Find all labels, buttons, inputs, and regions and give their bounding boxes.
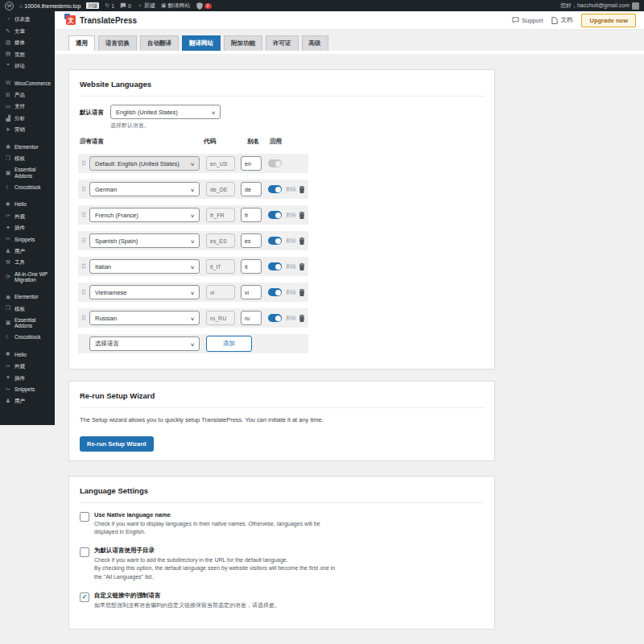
trash-icon[interactable]: [299, 315, 305, 322]
sidebar-item[interactable]: ▣ Essential Addons: [0, 164, 55, 181]
updates-link[interactable]: ↻ 1: [105, 2, 114, 9]
language-slug-input[interactable]: de: [241, 182, 262, 196]
tab[interactable]: 附加功能: [224, 35, 262, 51]
sidebar-item[interactable]: ▣ Essential Addons: [0, 314, 55, 331]
language-select[interactable]: Italian ∨: [89, 259, 200, 274]
security-link[interactable]: 2: [196, 2, 212, 10]
sidebar-item[interactable]: ✺ Hello: [0, 199, 55, 210]
delete-link[interactable]: 删除: [286, 212, 296, 219]
language-slug-input[interactable]: en: [241, 156, 262, 171]
tab[interactable]: 通用: [68, 35, 95, 51]
language-active-toggle[interactable]: [268, 237, 282, 245]
sidebar-item-icon: ✑: [5, 213, 11, 219]
support-link[interactable]: Support: [512, 17, 543, 24]
sidebar-item[interactable]: ♟ 用户: [0, 245, 55, 256]
checkbox[interactable]: ✓: [80, 547, 89, 557]
language-select[interactable]: Spanish (Spain) ∨: [89, 233, 200, 248]
language-slug-input[interactable]: es: [241, 233, 262, 248]
delete-link[interactable]: 删除: [286, 315, 296, 322]
trash-icon[interactable]: [299, 289, 305, 296]
sidebar-item[interactable]: ⟳ All-in-One WP Migration: [0, 268, 55, 285]
trash-icon[interactable]: [299, 186, 305, 193]
sidebar-item[interactable]: ⚒ 工具: [0, 257, 55, 268]
default-language-select[interactable]: English (United States) ∨: [110, 105, 221, 119]
checkbox[interactable]: ✓: [80, 592, 89, 602]
sidebar-item[interactable]: ❞ 评论: [0, 60, 55, 72]
drag-handle-icon[interactable]: ⠿: [81, 289, 87, 296]
translate-site-link[interactable]: ▣ 翻译网站: [161, 2, 191, 10]
drag-handle-icon[interactable]: ⠿: [81, 263, 87, 270]
sidebar-item[interactable]: ✂ Snippets: [0, 383, 55, 394]
wordpress-logo-icon[interactable]: W: [5, 2, 14, 10]
documentation-link[interactable]: 文档: [551, 16, 572, 24]
delete-link[interactable]: 删除: [286, 237, 296, 245]
sidebar-item[interactable]: ✎ 文章: [0, 25, 55, 36]
language-select[interactable]: German ∨: [89, 182, 200, 196]
language-active-toggle[interactable]: [268, 159, 282, 167]
sidebar-item[interactable]: ◉ Elementor: [0, 291, 55, 303]
tab[interactable]: 许可证: [266, 35, 299, 51]
language-select[interactable]: Russian ∨: [89, 311, 200, 325]
language-active-toggle[interactable]: [268, 314, 282, 322]
language-select[interactable]: Vietnamese ∨: [89, 285, 200, 299]
sidebar-item[interactable]: ◉ Elementor: [0, 141, 55, 152]
sidebar-item[interactable]: ▭ 支付: [0, 101, 55, 112]
drag-handle-icon[interactable]: ⠿: [81, 186, 87, 193]
sidebar-item[interactable]: ▨ 媒体: [0, 37, 55, 48]
language-slug-input[interactable]: it: [241, 259, 262, 274]
rerun-setup-wizard-button[interactable]: Re-run Setup Wizard: [80, 436, 154, 452]
delete-link[interactable]: 删除: [286, 289, 296, 296]
tab[interactable]: 翻译网站: [182, 35, 221, 51]
sidebar-item[interactable]: W WooCommerce: [0, 77, 55, 89]
trash-icon[interactable]: [299, 237, 305, 245]
language-slug-input[interactable]: fr: [241, 208, 262, 222]
language-slug-input[interactable]: ru: [241, 311, 262, 325]
tab[interactable]: 自动翻译: [140, 35, 179, 51]
language-active-toggle[interactable]: [268, 185, 282, 193]
language-select[interactable]: Default: English (United States) ∨: [89, 156, 200, 171]
sidebar-item[interactable]: ▟ 分析: [0, 112, 55, 123]
comments-link[interactable]: 0: [120, 2, 131, 9]
trash-icon[interactable]: [299, 263, 305, 270]
plus-icon: ＋: [137, 2, 142, 10]
info-icon[interactable]: i: [80, 138, 86, 144]
sidebar-item[interactable]: ➤ 营销: [0, 124, 55, 135]
sidebar-item[interactable]: ♟ 用户: [0, 395, 55, 407]
language-active-toggle[interactable]: [268, 288, 282, 296]
drag-handle-icon[interactable]: ⠿: [81, 315, 87, 322]
sidebar-item[interactable]: ▤ 页面: [0, 48, 55, 60]
choose-language-select[interactable]: 选择语言 ∨: [89, 336, 200, 351]
delete-link[interactable]: 删除: [286, 263, 296, 270]
sidebar-item[interactable]: ✦ 插件: [0, 372, 55, 383]
sidebar-item[interactable]: ✂ Snippets: [0, 233, 55, 245]
delete-link[interactable]: 删除: [286, 186, 296, 193]
sidebar-item[interactable]: ◔ 仪表盘: [0, 14, 55, 25]
language-select[interactable]: French (France) ∨: [89, 208, 200, 222]
drag-handle-icon[interactable]: ⠿: [81, 160, 87, 167]
trash-icon[interactable]: [299, 212, 305, 219]
tab[interactable]: 语言切换: [98, 35, 137, 51]
sidebar-item[interactable]: ✑ 外观: [0, 210, 55, 221]
sidebar-item[interactable]: ⊞ 产品: [0, 89, 55, 101]
tab[interactable]: 高级: [302, 35, 328, 51]
language-slug-input[interactable]: vi: [241, 285, 262, 299]
sidebar-item[interactable]: ✦ 插件: [0, 222, 55, 233]
sidebar-item[interactable]: ✺ Hello: [0, 349, 55, 360]
add-language-button[interactable]: 添加: [206, 336, 252, 352]
sidebar-item[interactable]: ❒ 模板: [0, 303, 55, 314]
account-menu[interactable]: 您好，hacchuti@gmail.com: [560, 2, 639, 10]
language-active-toggle[interactable]: [268, 211, 282, 219]
drag-handle-icon[interactable]: ⠿: [81, 237, 87, 245]
upgrade-now-button[interactable]: Upgrade now: [581, 14, 636, 27]
new-content-link[interactable]: ＋ 新建: [137, 2, 155, 10]
info-icon[interactable]: i: [270, 138, 276, 144]
site-name-link[interactable]: ⌂ 10004.themedemo.top: [19, 3, 80, 9]
main-content: 文 TranslatePress Support 文档 Upgrade now …: [55, 11, 644, 644]
language-active-toggle[interactable]: [268, 262, 282, 270]
checkbox[interactable]: ✓: [80, 512, 89, 522]
sidebar-item[interactable]: ☾ Crocoblock: [0, 332, 55, 343]
sidebar-item[interactable]: ✑ 外观: [0, 361, 55, 372]
drag-handle-icon[interactable]: ⠿: [81, 212, 87, 219]
sidebar-item[interactable]: ☾ Crocoblock: [0, 181, 55, 192]
sidebar-item[interactable]: ❒ 模板: [0, 153, 55, 164]
